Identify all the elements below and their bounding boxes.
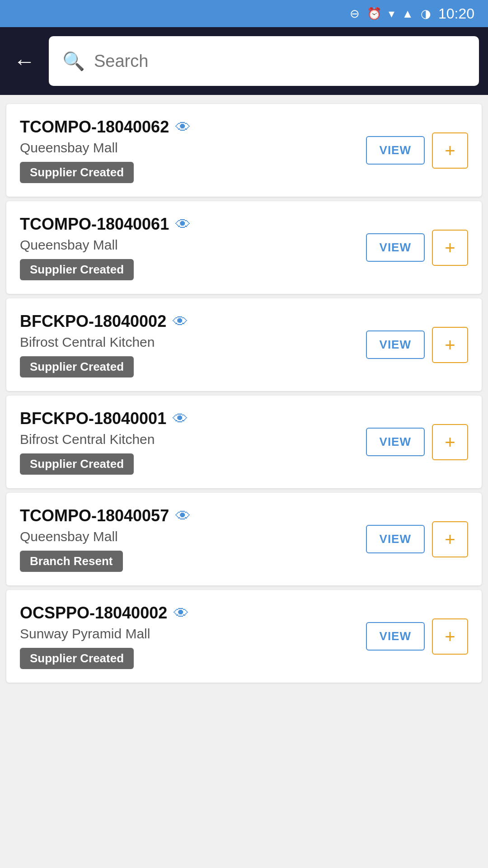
card-id: TCOMPO-18040061	[20, 215, 169, 234]
status-badge: Supplier Created	[20, 259, 134, 280]
card-info: TCOMPO-18040057 👁 Queensbay Mall Branch …	[20, 506, 366, 572]
card-actions: VIEW +	[366, 230, 468, 266]
status-badge: Branch Resent	[20, 551, 123, 572]
wifi-icon: ▾	[389, 8, 394, 19]
view-button[interactable]: VIEW	[366, 622, 425, 651]
eye-icon: 👁	[174, 604, 189, 622]
list-item: BFCKPO-18040002 👁 Bifrost Central Kitche…	[6, 298, 482, 391]
card-id-row: TCOMPO-18040057 👁	[20, 506, 366, 525]
card-id: BFCKPO-18040002	[20, 312, 166, 331]
card-id: OCSPPO-18040002	[20, 604, 167, 623]
view-button[interactable]: VIEW	[366, 525, 425, 553]
card-info: TCOMPO-18040061 👁 Queensbay Mall Supplie…	[20, 215, 366, 280]
card-actions: VIEW +	[366, 132, 468, 169]
card-id: TCOMPO-18040062	[20, 118, 169, 137]
card-id-row: BFCKPO-18040002 👁	[20, 312, 366, 331]
card-info: BFCKPO-18040001 👁 Bifrost Central Kitche…	[20, 409, 366, 475]
search-box: 🔍	[49, 36, 479, 86]
view-button[interactable]: VIEW	[366, 136, 425, 165]
card-info: BFCKPO-18040002 👁 Bifrost Central Kitche…	[20, 312, 366, 377]
add-button[interactable]: +	[432, 327, 468, 363]
list-item: TCOMPO-18040062 👁 Queensbay Mall Supplie…	[6, 104, 482, 197]
status-badge: Supplier Created	[20, 453, 134, 475]
list-item: TCOMPO-18040057 👁 Queensbay Mall Branch …	[6, 493, 482, 585]
back-button[interactable]: ←	[9, 44, 40, 78]
view-button[interactable]: VIEW	[366, 233, 425, 262]
eye-icon: 👁	[175, 507, 191, 525]
status-badge: Supplier Created	[20, 356, 134, 377]
eye-icon: 👁	[173, 410, 188, 428]
card-info: OCSPPO-18040002 👁 Sunway Pyramid Mall Su…	[20, 604, 366, 669]
card-actions: VIEW +	[366, 618, 468, 655]
card-info: TCOMPO-18040062 👁 Queensbay Mall Supplie…	[20, 118, 366, 183]
view-button[interactable]: VIEW	[366, 330, 425, 359]
battery-icon: ◑	[421, 8, 431, 19]
status-bar: ⊖ ⏰ ▾ ▲ ◑ 10:20	[0, 0, 488, 27]
card-actions: VIEW +	[366, 521, 468, 557]
card-id-row: OCSPPO-18040002 👁	[20, 604, 366, 623]
card-actions: VIEW +	[366, 327, 468, 363]
view-button[interactable]: VIEW	[366, 428, 425, 456]
list-item: OCSPPO-18040002 👁 Sunway Pyramid Mall Su…	[6, 590, 482, 683]
add-button[interactable]: +	[432, 132, 468, 169]
status-icons: ⊖ ⏰ ▾ ▲ ◑ 10:20	[350, 5, 474, 22]
add-button[interactable]: +	[432, 230, 468, 266]
card-actions: VIEW +	[366, 424, 468, 460]
card-list: TCOMPO-18040062 👁 Queensbay Mall Supplie…	[0, 95, 488, 692]
card-location: Queensbay Mall	[20, 529, 366, 544]
search-input[interactable]	[94, 52, 465, 71]
mute-icon: ⊖	[350, 8, 360, 19]
status-time: 10:20	[438, 5, 474, 22]
search-icon: 🔍	[62, 51, 85, 72]
card-id-row: TCOMPO-18040061 👁	[20, 215, 366, 234]
eye-icon: 👁	[175, 118, 191, 136]
add-button[interactable]: +	[432, 521, 468, 557]
card-id-row: TCOMPO-18040062 👁	[20, 118, 366, 137]
add-button[interactable]: +	[432, 424, 468, 460]
card-location: Queensbay Mall	[20, 237, 366, 253]
signal-icon: ▲	[402, 8, 413, 19]
alarm-icon: ⏰	[367, 8, 381, 19]
eye-icon: 👁	[173, 313, 188, 330]
status-badge: Supplier Created	[20, 162, 134, 183]
list-item: BFCKPO-18040001 👁 Bifrost Central Kitche…	[6, 396, 482, 488]
add-button[interactable]: +	[432, 618, 468, 655]
list-item: TCOMPO-18040061 👁 Queensbay Mall Supplie…	[6, 201, 482, 294]
top-bar: ← 🔍	[0, 27, 488, 95]
card-location: Queensbay Mall	[20, 140, 366, 156]
card-id: BFCKPO-18040001	[20, 409, 166, 428]
card-id-row: BFCKPO-18040001 👁	[20, 409, 366, 428]
card-location: Sunway Pyramid Mall	[20, 626, 366, 642]
card-location: Bifrost Central Kitchen	[20, 335, 366, 350]
status-badge: Supplier Created	[20, 648, 134, 669]
card-location: Bifrost Central Kitchen	[20, 432, 366, 447]
eye-icon: 👁	[175, 216, 191, 233]
card-id: TCOMPO-18040057	[20, 506, 169, 525]
